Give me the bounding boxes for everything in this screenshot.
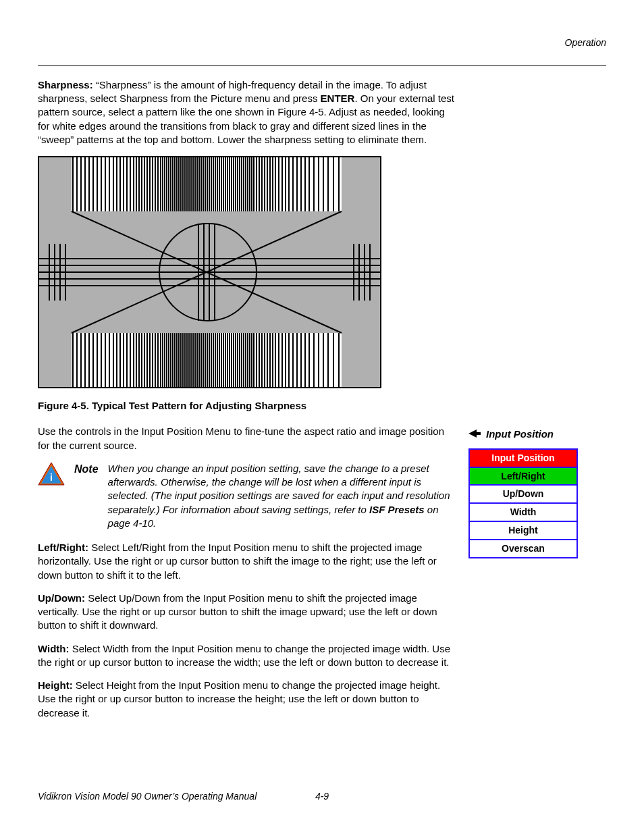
section-header: Operation — [38, 36, 606, 49]
input-position-side-heading: Input Position — [468, 427, 603, 441]
width-paragraph: Width: Select Width from the Input Posit… — [38, 642, 456, 670]
height-paragraph: Height: Select Height from the Input Pos… — [38, 679, 456, 720]
left-right-text: Select Left/Right from the Input Positio… — [38, 542, 437, 581]
menu-title: Input Position — [470, 450, 576, 468]
note-block: i Note When you change an input position… — [38, 462, 456, 530]
note-label: Note — [74, 462, 99, 477]
left-right-label: Left/Right: — [38, 542, 88, 553]
header-rule — [38, 66, 606, 66]
note-ref: ISF Presets — [369, 504, 425, 515]
side-heading-text: Input Position — [486, 427, 554, 441]
input-position-menu: Input Position Left/Right Up/Down Width … — [468, 448, 578, 558]
left-right-paragraph: Left/Right: Select Left/Right from the I… — [38, 541, 456, 582]
menu-item-selected: Left/Right — [470, 468, 576, 486]
figure-caption: Figure 4-5. Typical Test Pattern for Adj… — [38, 399, 456, 413]
footer-manual-title: Vidikron Vision Model 90 Owner’s Operati… — [38, 790, 257, 803]
note-body: When you change an input position settin… — [108, 462, 456, 530]
svg-marker-217 — [468, 429, 481, 438]
up-down-text: Select Up/Down from the Input Position m… — [38, 592, 437, 631]
sharpness-label: Sharpness: — [38, 79, 93, 90]
height-text: Select Height from the Input Position me… — [38, 679, 440, 719]
menu-item: Width — [470, 504, 576, 522]
input-position-intro: Use the controls in the Input Position M… — [38, 425, 456, 452]
height-label: Height: — [38, 679, 73, 691]
enter-key: ENTER — [321, 93, 355, 104]
up-down-paragraph: Up/Down: Select Up/Down from the Input P… — [38, 592, 456, 633]
menu-item: Overscan — [470, 540, 576, 557]
arrow-left-icon — [468, 427, 481, 441]
svg-text:i: i — [50, 472, 53, 483]
width-label: Width: — [38, 643, 70, 654]
sharpness-test-pattern — [38, 156, 381, 388]
up-down-label: Up/Down: — [38, 592, 85, 604]
width-text: Select Width from the Input Position men… — [38, 643, 450, 668]
footer-page-number: 4-9 — [315, 790, 329, 803]
sharpness-paragraph: Sharpness: “Sharpness” is the amount of … — [38, 78, 456, 147]
menu-item: Up/Down — [470, 486, 576, 504]
warning-triangle-icon: i — [38, 462, 65, 490]
menu-item: Height — [470, 522, 576, 540]
